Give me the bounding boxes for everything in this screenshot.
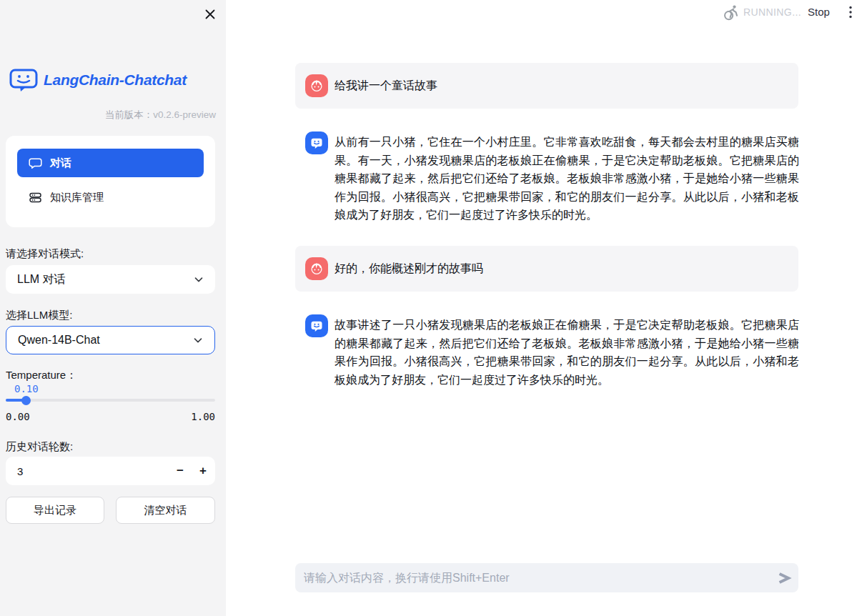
llm-model-value: Qwen-14B-Chat	[18, 334, 100, 347]
message-text: 故事讲述了一只小猪发现糖果店的老板娘正在偷糖果，于是它决定帮助老板娘。它把糖果店…	[335, 316, 799, 389]
app-logo: LangChain-Chatchat	[9, 67, 187, 93]
dialogue-mode-label: 请选择对话模式:	[6, 247, 84, 261]
version-value: v0.2.6-preview	[153, 109, 216, 120]
message-text: 好的，你能概述刚才的故事吗	[335, 262, 483, 277]
temperature-slider[interactable]	[6, 399, 215, 402]
sidebar-item-knowledge-base[interactable]: 知识库管理	[17, 183, 204, 212]
assistant-avatar	[305, 131, 328, 154]
stop-button[interactable]: Stop	[805, 4, 833, 19]
main-area: RUNNING... Stop 给我讲一个童话故事	[226, 0, 857, 616]
close-icon	[204, 9, 216, 20]
assistant-bot-icon	[308, 317, 325, 334]
assistant-bot-icon	[308, 134, 325, 151]
send-icon	[776, 570, 792, 586]
chatchat-logo-icon	[9, 67, 39, 93]
temperature-label: Temperature：	[6, 369, 76, 382]
history-rounds-value: 3	[17, 465, 23, 477]
chevron-down-icon	[192, 273, 205, 286]
kebab-menu-icon	[844, 5, 857, 19]
sidebar-item-dialogue[interactable]: 对话	[17, 149, 204, 177]
message-text: 给我讲一个童话故事	[335, 79, 437, 94]
send-button[interactable]	[770, 563, 798, 592]
version-label: 当前版本：	[105, 109, 154, 120]
dialogue-mode-select[interactable]: LLM 对话	[6, 265, 215, 294]
user-avatar	[305, 74, 328, 97]
app-title: LangChain-Chatchat	[44, 71, 187, 89]
sidebar-nav-card: 对话 知识库管理	[6, 136, 215, 227]
chat-bubble-icon	[29, 157, 42, 170]
assistant-message: 故事讲述了一只小猪发现糖果店的老板娘正在偷糖果，于是它决定帮助老板娘。它把糖果店…	[295, 314, 798, 400]
database-stack-icon	[29, 191, 42, 204]
sidebar-item-label: 知识库管理	[50, 191, 104, 204]
message-text: 从前有一只小猪，它住在一个小村庄里。它非常喜欢吃甜食，每天都会去村里的糖果店买糖…	[335, 133, 799, 224]
user-message: 好的，你能概述刚才的故事吗	[295, 246, 798, 292]
user-avatar	[305, 257, 328, 280]
temperature-min: 0.00	[6, 411, 30, 422]
llm-model-label: 选择LLM模型:	[6, 309, 72, 322]
version-info: 当前版本：v0.2.6-preview	[105, 109, 216, 121]
sidebar-close-button[interactable]	[202, 6, 219, 23]
user-face-icon	[308, 260, 325, 277]
llm-model-select[interactable]: Qwen-14B-Chat	[6, 326, 215, 354]
export-records-button[interactable]: 导出记录	[6, 497, 104, 524]
assistant-message: 从前有一只小猪，它住在一个小村庄里。它非常喜欢吃甜食，每天都会去村里的糖果店买糖…	[295, 131, 798, 224]
kebab-menu-button[interactable]	[842, 3, 857, 21]
chevron-down-icon	[192, 334, 204, 347]
chat-history: 给我讲一个童话故事 从前有一只小猪，它住在一个小村庄里。它非常喜欢吃甜食，每天都…	[295, 0, 798, 616]
decrement-button[interactable]: −	[169, 457, 191, 485]
chat-input[interactable]	[295, 572, 770, 585]
slider-thumb[interactable]	[21, 396, 31, 405]
history-rounds-input[interactable]: 3 − +	[6, 457, 215, 485]
assistant-avatar	[305, 314, 328, 337]
sidebar-item-label: 对话	[50, 157, 71, 170]
dialogue-mode-value: LLM 对话	[17, 272, 66, 287]
temperature-value: 0.10	[14, 383, 39, 394]
chat-input-bar	[295, 563, 798, 592]
clear-dialogue-button[interactable]: 清空对话	[116, 497, 215, 524]
history-rounds-label: 历史对话轮数:	[6, 440, 73, 454]
user-face-icon	[308, 77, 325, 94]
temperature-max: 1.00	[191, 411, 215, 422]
increment-button[interactable]: +	[192, 457, 214, 485]
sidebar: LangChain-Chatchat 当前版本：v0.2.6-preview 对…	[0, 0, 226, 616]
user-message: 给我讲一个童话故事	[295, 63, 798, 109]
